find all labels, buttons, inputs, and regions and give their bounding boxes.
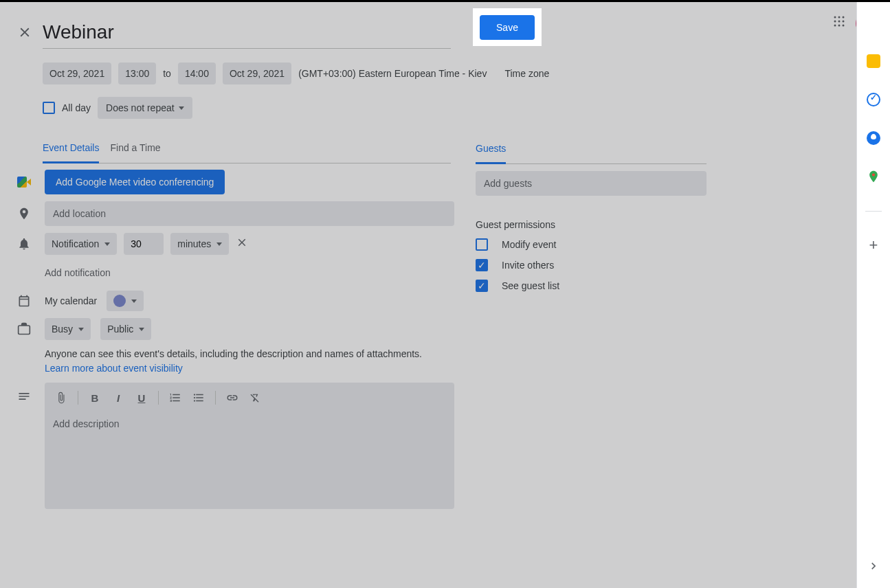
briefcase-icon <box>17 322 31 336</box>
timezone-link[interactable]: Time zone <box>504 68 549 79</box>
visibility-info: Anyone can see this event's details, inc… <box>45 348 422 359</box>
to-label: to <box>163 68 171 79</box>
close-icon[interactable] <box>17 25 34 41</box>
svg-point-1 <box>838 16 841 19</box>
learn-more-link[interactable]: Learn more about event visibility <box>45 363 183 374</box>
calendar-label: My calendar <box>45 295 97 306</box>
end-date-chip[interactable]: Oct 29, 2021 <box>223 63 291 84</box>
caret-down-icon <box>216 242 222 246</box>
maps-icon[interactable] <box>867 170 880 186</box>
start-date-chip[interactable]: Oct 29, 2021 <box>43 63 111 84</box>
location-icon <box>17 207 31 220</box>
notification-unit-label: minutes <box>177 238 211 249</box>
location-input[interactable] <box>45 201 454 226</box>
meet-icon <box>17 175 31 189</box>
svg-point-9 <box>872 173 875 176</box>
guest-permissions-title: Guest permissions <box>476 219 707 230</box>
modify-event-checkbox[interactable] <box>476 238 488 251</box>
bell-icon <box>17 237 31 251</box>
clear-formatting-button[interactable] <box>246 388 265 407</box>
invite-others-label: Invite others <box>502 260 554 271</box>
event-title-input[interactable] <box>43 19 451 49</box>
all-day-label: All day <box>62 102 91 113</box>
caret-down-icon <box>139 328 144 331</box>
attach-button[interactable] <box>52 388 71 407</box>
notification-type-dropdown[interactable]: Notification <box>45 233 117 255</box>
notification-type-label: Notification <box>52 238 99 249</box>
caret-down-icon <box>131 299 137 303</box>
svg-point-8 <box>843 25 845 27</box>
availability-dropdown[interactable]: Busy <box>45 318 91 340</box>
add-guests-input[interactable] <box>476 171 707 196</box>
tab-event-details[interactable]: Event Details <box>43 142 99 163</box>
visibility-dropdown[interactable]: Public <box>100 318 151 340</box>
svg-point-4 <box>838 21 841 23</box>
repeat-dropdown[interactable]: Does not repeat <box>98 97 192 119</box>
caret-down-icon <box>78 328 84 331</box>
svg-point-7 <box>838 25 841 27</box>
svg-point-6 <box>834 25 836 27</box>
timezone-label: (GMT+03:00) Eastern European Time - Kiev <box>298 68 487 79</box>
svg-point-0 <box>834 16 836 19</box>
availability-label: Busy <box>52 324 73 335</box>
end-time-chip[interactable]: 14:00 <box>178 63 216 84</box>
tab-guests[interactable]: Guests <box>476 143 506 164</box>
bullet-list-button[interactable] <box>189 388 208 407</box>
contacts-icon[interactable] <box>867 131 880 145</box>
remove-notification-button[interactable] <box>236 236 248 251</box>
color-dot-icon <box>113 295 126 307</box>
apps-icon[interactable] <box>833 15 845 30</box>
tasks-icon[interactable] <box>867 93 880 106</box>
add-notification-button[interactable]: Add notification <box>45 262 111 284</box>
repeat-label: Does not repeat <box>106 102 175 113</box>
caret-down-icon <box>179 106 184 110</box>
visibility-label: Public <box>107 324 133 335</box>
add-addon-button[interactable]: + <box>869 236 878 254</box>
see-guest-list-checkbox[interactable] <box>476 280 488 292</box>
calendar-color-dropdown[interactable] <box>107 291 144 311</box>
calendar-icon <box>17 294 31 308</box>
description-textarea[interactable]: Add description <box>45 413 454 509</box>
svg-point-3 <box>834 21 836 23</box>
underline-button[interactable]: U <box>132 388 151 407</box>
svg-point-5 <box>843 21 845 23</box>
start-time-chip[interactable]: 13:00 <box>118 63 156 84</box>
see-guest-list-label: See guest list <box>502 280 559 291</box>
description-icon <box>17 383 31 403</box>
caret-down-icon <box>104 242 110 246</box>
tab-find-a-time[interactable]: Find a Time <box>110 142 160 163</box>
svg-point-2 <box>843 16 845 19</box>
add-meet-button[interactable]: Add Google Meet video conferencing <box>45 170 225 194</box>
modify-event-label: Modify event <box>502 239 556 250</box>
notification-unit-dropdown[interactable]: minutes <box>170 233 229 255</box>
keep-icon[interactable] <box>867 54 880 68</box>
collapse-panel-button[interactable] <box>867 559 880 576</box>
all-day-checkbox[interactable] <box>43 102 55 114</box>
invite-others-checkbox[interactable] <box>476 259 488 271</box>
bold-button[interactable]: B <box>85 388 104 407</box>
numbered-list-button[interactable] <box>166 388 185 407</box>
save-button[interactable]: Save <box>480 15 535 40</box>
link-button[interactable] <box>223 388 242 407</box>
notification-value-input[interactable] <box>124 233 164 255</box>
italic-button[interactable]: I <box>109 388 128 407</box>
